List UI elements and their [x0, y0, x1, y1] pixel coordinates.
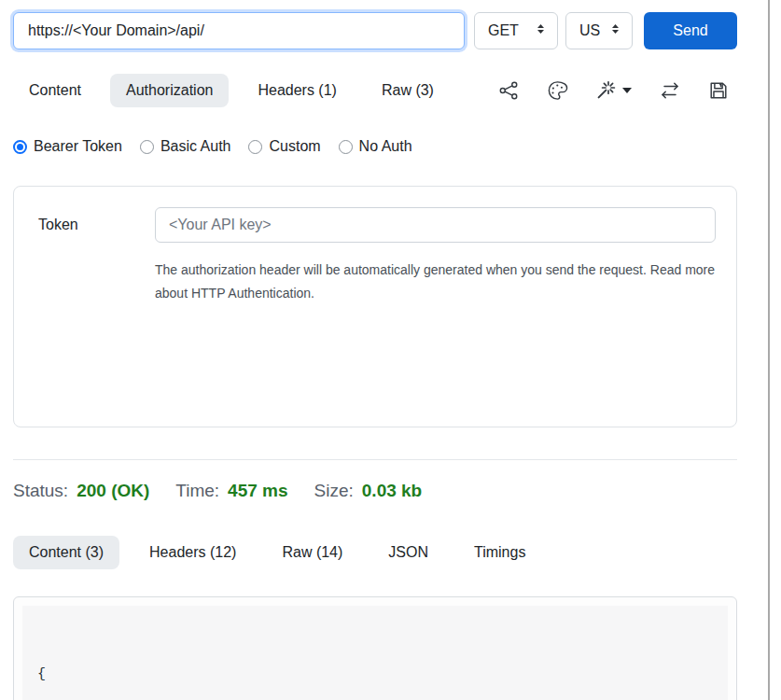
theme-button[interactable] [547, 79, 568, 102]
tab-raw[interactable]: Raw (3) [366, 74, 450, 107]
status-value: 200 (OK) [77, 481, 149, 501]
radio-unchecked-icon[interactable] [248, 140, 262, 154]
status-label: Status: [13, 481, 68, 501]
size-value: 0.03 kb [362, 481, 422, 501]
request-tabs-toolbar: Content Authorization Headers (1) Raw (3… [13, 74, 737, 107]
response-tab-content[interactable]: Content (3) [13, 536, 119, 569]
status-pair: Status: 200 (OK) [13, 481, 149, 501]
size-pair: Size: 0.03 kb [314, 481, 423, 501]
auth-option-label: Bearer Token [34, 138, 122, 155]
chevron-down-icon [622, 88, 632, 93]
auth-option-custom[interactable]: Custom [248, 138, 320, 155]
swap-request-button[interactable] [659, 79, 681, 102]
method-select[interactable]: GET [474, 12, 558, 49]
share-nodes-icon [498, 79, 520, 102]
magic-wand-icon [595, 79, 618, 102]
region-select[interactable]: US [565, 12, 633, 49]
response-body-container: { "message": "API running." } [13, 596, 737, 700]
response-json-code: { "message": "API running." } [22, 606, 728, 700]
bearer-token-panel: Token The authorization header will be a… [13, 186, 737, 427]
section-divider [13, 459, 737, 460]
token-field-label: Token [38, 217, 155, 233]
palette-icon [547, 79, 568, 102]
auth-option-label: Custom [269, 138, 320, 155]
send-button[interactable]: Send [644, 12, 737, 49]
api-tester-app: GET US Send Content Authorization Header… [13, 0, 737, 700]
radio-checked-icon[interactable] [13, 140, 27, 154]
request-bar: GET US Send [13, 12, 737, 49]
time-pair: Time: 457 ms [175, 481, 287, 501]
url-input[interactable] [13, 12, 465, 49]
response-tab-json[interactable]: JSON [372, 536, 444, 569]
save-request-button[interactable] [708, 79, 729, 102]
auth-option-no-auth[interactable]: No Auth [339, 138, 412, 155]
swap-arrows-icon [659, 79, 681, 102]
magic-wand-dropdown-button[interactable] [595, 79, 632, 102]
share-button[interactable] [498, 79, 520, 102]
method-select-value: GET [488, 22, 519, 39]
auth-option-label: No Auth [359, 138, 412, 155]
response-summary: Status: 200 (OK) Time: 457 ms Size: 0.03… [13, 481, 737, 501]
radio-unchecked-icon[interactable] [140, 140, 154, 154]
code-open-brace: { [37, 663, 713, 686]
request-toolbar [498, 79, 737, 102]
auth-option-basic-auth[interactable]: Basic Auth [140, 138, 231, 155]
request-tabs: Content Authorization Headers (1) Raw (3… [13, 74, 450, 107]
up-down-arrows-icon [610, 22, 621, 39]
token-help-text: The authorization header will be automat… [155, 259, 716, 305]
radio-unchecked-icon[interactable] [339, 140, 353, 154]
auth-option-label: Basic Auth [160, 138, 231, 155]
size-label: Size: [314, 481, 354, 501]
page-right-border [768, 0, 770, 700]
response-tab-raw[interactable]: Raw (14) [266, 536, 358, 569]
token-input[interactable] [155, 207, 716, 243]
tab-content[interactable]: Content [13, 74, 97, 107]
response-tab-headers[interactable]: Headers (12) [133, 536, 252, 569]
time-value: 457 ms [228, 481, 287, 501]
region-select-value: US [579, 22, 600, 39]
auth-type-options: Bearer Token Basic Auth Custom No Auth [13, 138, 737, 155]
time-label: Time: [175, 481, 219, 501]
up-down-arrows-icon [536, 22, 546, 39]
token-field-row: Token [38, 207, 716, 243]
response-tabs: Content (3) Headers (12) Raw (14) JSON T… [13, 536, 737, 569]
tab-headers[interactable]: Headers (1) [242, 74, 352, 107]
auth-option-bearer-token[interactable]: Bearer Token [13, 138, 122, 155]
response-tab-timings[interactable]: Timings [458, 536, 541, 569]
save-icon [708, 79, 729, 102]
tab-authorization[interactable]: Authorization [110, 74, 229, 107]
